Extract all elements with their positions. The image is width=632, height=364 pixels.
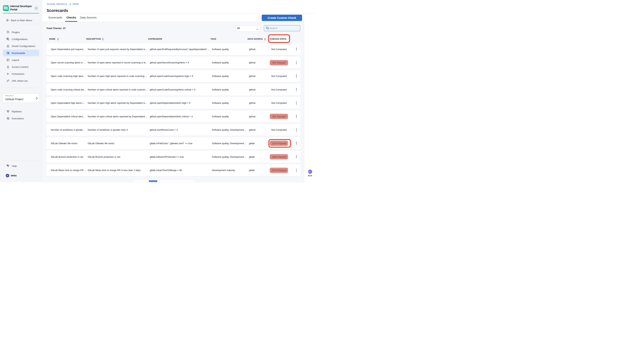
svg-text:?: ? [7,165,8,166]
